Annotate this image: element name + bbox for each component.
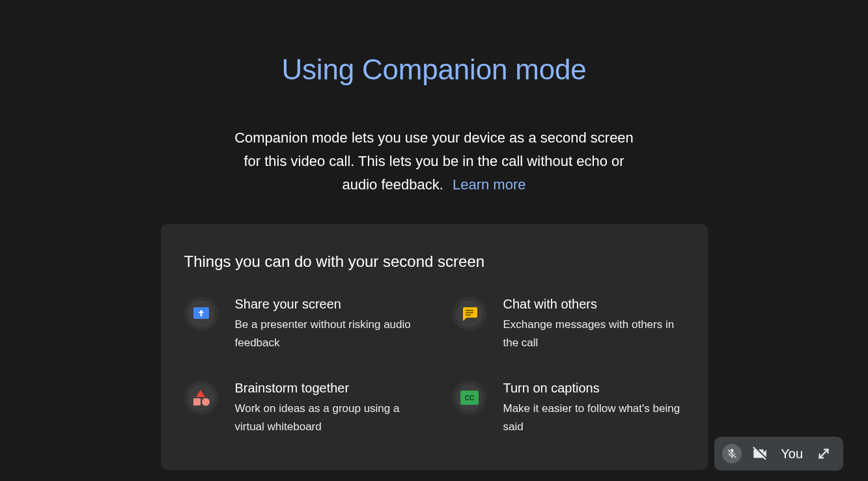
features-card: Things you can do with your second scree… — [161, 224, 708, 470]
page-subtitle: Companion mode lets you use your device … — [234, 130, 634, 193]
learn-more-link[interactable]: Learn more — [453, 176, 526, 193]
page-subtitle-wrap: Companion mode lets you use your device … — [226, 126, 643, 197]
feature-title: Share your screen — [235, 297, 416, 312]
camera-off-icon — [751, 445, 769, 463]
feature-captions: CC Turn on captions Make it easier to fo… — [453, 381, 684, 436]
captions-icon: CC — [453, 381, 486, 415]
companion-mode-intro: Using Companion mode Companion mode lets… — [0, 0, 868, 470]
feature-desc: Make it easier to follow what's being sa… — [503, 400, 684, 436]
svg-rect-5 — [193, 398, 201, 405]
expand-icon[interactable] — [815, 445, 833, 463]
feature-title: Turn on captions — [503, 381, 684, 396]
features-grid: Share your screen Be a presenter without… — [184, 297, 684, 436]
feature-title: Brainstorm together — [235, 381, 416, 396]
feature-desc: Be a presenter without risking audio fee… — [235, 316, 416, 352]
svg-text:CC: CC — [464, 394, 473, 402]
svg-point-6 — [202, 398, 210, 406]
mic-off-icon — [722, 444, 742, 463]
self-view-tile[interactable]: You — [714, 437, 843, 471]
feature-brainstorm: Brainstorm together Work on ideas as a g… — [184, 381, 416, 436]
svg-marker-4 — [196, 390, 205, 397]
self-view-label: You — [781, 447, 803, 461]
page-title: Using Companion mode — [281, 53, 586, 86]
share-screen-icon — [184, 297, 218, 331]
feature-share-screen: Share your screen Be a presenter without… — [184, 297, 416, 352]
feature-title: Chat with others — [503, 297, 684, 312]
chat-icon — [453, 297, 486, 331]
features-card-title: Things you can do with your second scree… — [184, 253, 684, 271]
feature-desc: Work on ideas as a group using a virtual… — [235, 400, 416, 436]
shapes-icon — [184, 381, 218, 415]
feature-desc: Exchange messages with others in the cal… — [503, 316, 684, 352]
feature-chat: Chat with others Exchange messages with … — [453, 297, 684, 352]
